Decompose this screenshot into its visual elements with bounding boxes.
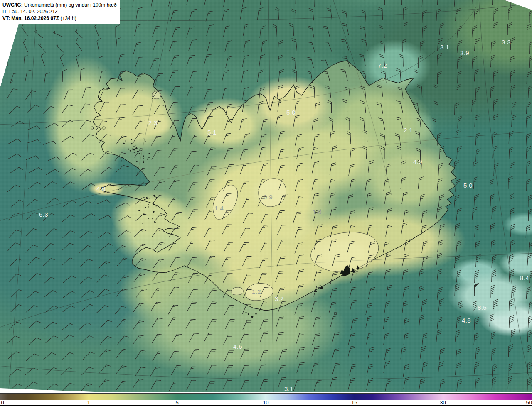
precip-min-label: 1.2	[252, 288, 261, 295]
precip-min-label: 1.0	[313, 208, 322, 215]
precip-extrema-labels: 3.13.93.37.25.02.35.12.14.95.04.66.33.24…	[0, 0, 532, 392]
precip-max-label: 5.1	[207, 129, 217, 136]
colorbar-tick: 50	[526, 399, 532, 406]
precip-max-label: 4.8	[462, 317, 471, 324]
precip-max-label: 8.4	[520, 274, 529, 281]
precip-min-label: 1.4	[214, 205, 224, 212]
colorbar-tick: 5	[176, 399, 179, 406]
title-line-valid: VT: Mán. 16.02.2026 07Z (+34 h)	[2, 15, 117, 22]
precip-max-label: 5.0	[463, 182, 473, 189]
precip-max-label: 7.2	[378, 62, 387, 69]
precip-max-label: 8.5	[478, 304, 487, 311]
precip-max-label: 3.2	[275, 295, 284, 302]
precip-max-label: 4.6	[233, 343, 242, 350]
colorbar-tick: 0	[1, 399, 4, 406]
precip-min-label: 0.9	[264, 193, 273, 201]
precip-max-label: 5.0	[286, 109, 296, 116]
precip-colorbar: 01510153050	[0, 392, 532, 406]
map-canvas: 3.13.93.37.25.02.35.12.14.95.04.66.33.24…	[0, 0, 532, 392]
colorbar-tick: 15	[351, 399, 357, 406]
precip-max-label: 4.9	[413, 158, 422, 165]
title-box: UWC/IG: Úrkomumætti (mm) og vindur i 100…	[0, 0, 120, 24]
colorbar-tick: 30	[440, 399, 446, 406]
precip-max-label: 6.3	[39, 211, 48, 218]
precip-max-label: 2.3	[148, 119, 158, 126]
colorbar-gradient	[0, 393, 532, 400]
precip-max-label: 2.1	[404, 127, 413, 134]
title-line-init: IT: Lau. 14. 02. 2026 21Z	[2, 8, 117, 15]
weather-map-page: 3.13.93.37.25.02.35.12.14.95.04.66.33.24…	[0, 0, 532, 406]
colorbar-tick: 10	[263, 399, 268, 406]
title-line-product: UWC/IG: Úrkomumætti (mm) og vindur i 100…	[2, 2, 117, 8]
colorbar-tick: 1	[87, 399, 90, 406]
precip-max-label: 3.3	[502, 39, 511, 46]
precip-max-label: 3.1	[440, 44, 449, 51]
precip-max-label: 3.1	[284, 385, 293, 392]
precip-max-label: 4.6	[96, 185, 106, 192]
precip-max-label: 3.9	[460, 49, 469, 56]
